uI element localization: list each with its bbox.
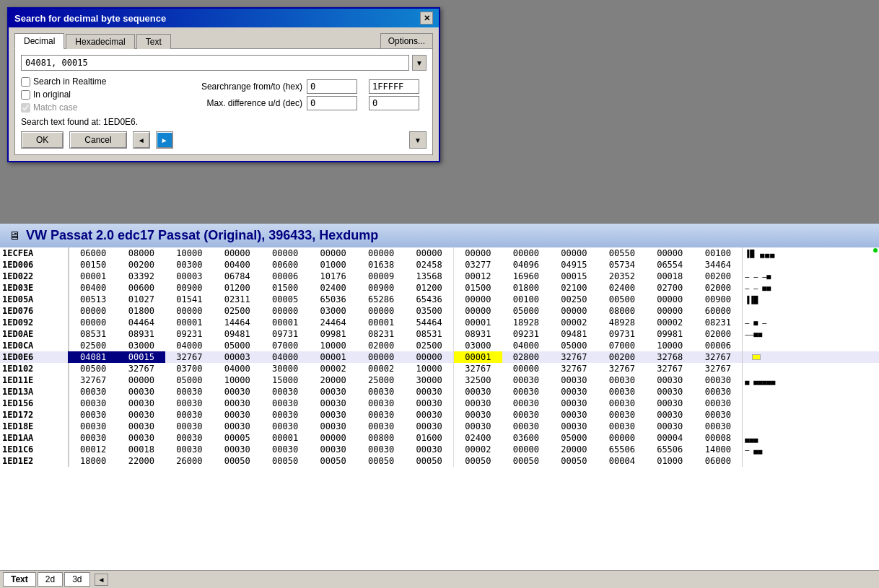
hex-cell[interactable]: 08231 — [694, 317, 742, 328]
hex-cell[interactable]: 00030 — [118, 386, 165, 398]
hex-cell[interactable]: 25000 — [357, 374, 405, 386]
hex-cell[interactable]: 16960 — [502, 271, 550, 282]
hex-cell[interactable]: 00030 — [261, 444, 309, 455]
hex-cell[interactable]: 00030 — [357, 398, 405, 409]
hex-cell[interactable]: 00200 — [118, 259, 165, 271]
hex-cell[interactable]: 03500 — [405, 305, 453, 317]
hex-cell[interactable]: 00030 — [694, 409, 742, 421]
hex-cell[interactable]: 00002 — [453, 444, 502, 455]
hex-cell[interactable]: 00030 — [646, 398, 694, 409]
hex-cell[interactable]: 05000 — [550, 340, 598, 351]
hex-cell[interactable]: 00900 — [357, 282, 405, 294]
maxdiff-from-input[interactable] — [307, 96, 357, 110]
hex-cell[interactable]: 00100 — [502, 294, 550, 305]
hex-cell[interactable]: 09481 — [550, 328, 598, 340]
hex-cell[interactable]: 00000 — [405, 247, 453, 259]
hex-cell[interactable]: 20000 — [309, 374, 357, 386]
hex-cell[interactable]: 04096 — [502, 259, 550, 271]
hex-cell[interactable]: 00050 — [309, 455, 357, 467]
hex-cell[interactable]: 00002 — [646, 317, 694, 328]
hex-cell[interactable]: 00100 — [694, 247, 742, 259]
hex-cell[interactable]: 02100 — [550, 282, 598, 294]
ok-button[interactable]: OK — [21, 131, 64, 149]
hex-cell[interactable]: 00000 — [261, 305, 309, 317]
hex-cell[interactable]: 00030 — [309, 409, 357, 421]
hex-cell[interactable]: 00030 — [598, 421, 646, 432]
hex-cell[interactable]: 00002 — [550, 317, 598, 328]
hex-cell[interactable]: 32767 — [598, 363, 646, 374]
hex-cell[interactable]: 22000 — [118, 455, 165, 467]
hex-cell[interactable]: 09731 — [598, 328, 646, 340]
hex-cell[interactable]: 00513 — [69, 294, 118, 305]
hex-cell[interactable]: 09231 — [502, 328, 550, 340]
hex-cell[interactable]: 00008 — [694, 432, 742, 444]
hex-cell[interactable]: 02000 — [694, 328, 742, 340]
hex-cell[interactable]: 00050 — [261, 455, 309, 467]
hex-cell[interactable]: 01000 — [309, 259, 357, 271]
hex-cell[interactable]: 32500 — [453, 374, 502, 386]
hex-cell[interactable]: 00030 — [550, 409, 598, 421]
hex-cell[interactable]: 00001 — [309, 351, 357, 363]
hex-cell[interactable]: 02311 — [214, 294, 261, 305]
hex-cell[interactable]: 00030 — [694, 386, 742, 398]
original-checkbox[interactable] — [21, 90, 30, 100]
hex-cell[interactable]: 00150 — [69, 259, 118, 271]
hex-cell[interactable]: 03277 — [453, 259, 502, 271]
hex-cell[interactable]: 00001 — [69, 271, 118, 282]
hex-cell[interactable]: 02700 — [646, 282, 694, 294]
hex-cell[interactable]: 00000 — [453, 247, 502, 259]
hex-cell[interactable]: 09981 — [309, 328, 357, 340]
hex-cell[interactable]: 32767 — [550, 363, 598, 374]
tab-hexadecimal[interactable]: Hexadecimal — [66, 34, 134, 49]
hex-cell[interactable]: 00030 — [550, 421, 598, 432]
hex-cell[interactable]: 00000 — [405, 351, 453, 363]
hex-cell[interactable]: 00030 — [405, 409, 453, 421]
hex-cell[interactable]: 00001 — [261, 317, 309, 328]
hex-cell[interactable]: 06000 — [69, 247, 118, 259]
hex-cell[interactable]: 00004 — [598, 455, 646, 467]
hex-cell[interactable]: 00018 — [646, 271, 694, 282]
hex-cell[interactable]: 09731 — [261, 328, 309, 340]
hex-cell[interactable]: 32767 — [118, 363, 165, 374]
hex-cell[interactable]: 08531 — [69, 328, 118, 340]
range-from-input[interactable] — [307, 79, 357, 94]
hex-cell[interactable]: 00300 — [165, 259, 213, 271]
hex-cell[interactable]: 00030 — [165, 386, 213, 398]
hex-cell[interactable]: 00000 — [598, 432, 646, 444]
hex-cell[interactable]: 01800 — [118, 305, 165, 317]
hex-cell[interactable]: 00030 — [69, 386, 118, 398]
hex-cell[interactable]: 00030 — [357, 386, 405, 398]
hex-cell[interactable]: 00030 — [598, 398, 646, 409]
hex-cell[interactable]: 00030 — [453, 398, 502, 409]
hex-cell[interactable]: 00030 — [694, 421, 742, 432]
hex-cell[interactable]: 00250 — [550, 294, 598, 305]
hex-cell[interactable]: 24464 — [309, 317, 357, 328]
hex-cell[interactable]: 00030 — [357, 421, 405, 432]
hex-cell[interactable]: 00012 — [69, 444, 118, 455]
hex-cell[interactable]: 00550 — [598, 247, 646, 259]
hex-cell[interactable]: 02000 — [694, 282, 742, 294]
hex-cell[interactable]: 00050 — [357, 455, 405, 467]
hex-cell[interactable]: 00030 — [405, 398, 453, 409]
hex-cell[interactable]: 00030 — [118, 432, 165, 444]
hex-cell[interactable]: 00030 — [550, 374, 598, 386]
tab-decimal[interactable]: Decimal — [14, 33, 64, 49]
hex-cell[interactable]: 10000 — [405, 363, 453, 374]
hex-cell[interactable]: 65506 — [598, 444, 646, 455]
tab-3d[interactable]: 3d — [64, 572, 89, 587]
hex-cell[interactable]: 00030 — [165, 421, 213, 432]
hex-cell[interactable]: 00030 — [550, 398, 598, 409]
history-dropdown-button[interactable]: ▼ — [409, 131, 427, 149]
hex-cell[interactable]: 34464 — [694, 259, 742, 271]
maxdiff-to-input[interactable] — [369, 96, 419, 110]
hex-cell[interactable]: 00000 — [214, 247, 261, 259]
hex-cell[interactable]: 00030 — [118, 421, 165, 432]
hex-cell[interactable]: 00030 — [453, 386, 502, 398]
hex-cell[interactable]: 02458 — [405, 259, 453, 271]
hex-cell[interactable]: 07000 — [598, 340, 646, 351]
hex-cell[interactable]: 05000 — [165, 374, 213, 386]
hex-cell[interactable]: 02000 — [357, 340, 405, 351]
hex-cell[interactable]: 00030 — [453, 409, 502, 421]
hex-cell[interactable]: 54464 — [405, 317, 453, 328]
hex-cell[interactable]: 00000 — [261, 247, 309, 259]
